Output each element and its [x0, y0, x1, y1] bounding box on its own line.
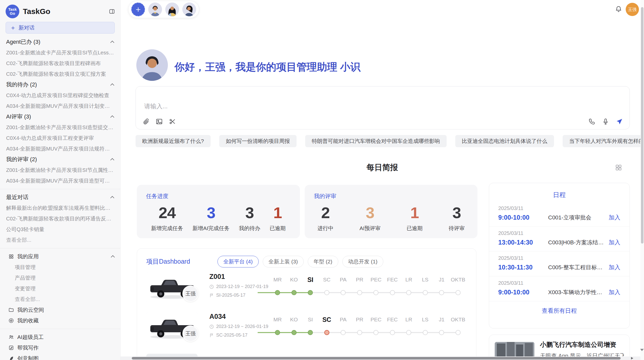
milestone-dot: [406, 290, 411, 295]
stat-value: 1: [270, 204, 286, 222]
notification-bell-icon[interactable]: [615, 6, 622, 13]
sidebar-item[interactable]: C02-飞腾新能源轻客改款项目立项汇报方案: [0, 69, 120, 79]
sidebar-item[interactable]: C0X4-动力总成开发项目工程变更评审: [0, 133, 120, 143]
collapse-sidebar-icon[interactable]: [109, 8, 115, 14]
project-row-a034[interactable]: 王强 A034 2023-12-19 ~ 2026-01-19 SC-2025-…: [137, 310, 477, 350]
vertical-scrollbar-thumb[interactable]: [641, 7, 643, 244]
tab-powertrain[interactable]: 动总开发 (1): [342, 256, 384, 267]
recent-chat-item[interactable]: C02-飞腾新能源轻客改款项目的闭环通告反馈情况: [0, 213, 120, 224]
schedule-event-title: C003|H0B-方案冻结评审: [548, 239, 605, 246]
horizontal-scrollbar-thumb[interactable]: [132, 357, 621, 359]
stat-label: 已逾期: [270, 225, 286, 232]
attachment-icon[interactable]: [142, 118, 150, 125]
suggestion-chip[interactable]: 特朗普可能对进口汽车增税会对中国车企造成哪些影响: [305, 135, 447, 147]
recent-chat-item[interactable]: 解释最新出台的欧盟报废车法规再生塑料比例被调至15%...: [0, 203, 120, 213]
my-apps-header[interactable]: 我的应用: [0, 251, 120, 262]
chat-composer[interactable]: 请输入...: [136, 86, 630, 129]
section-agent-done[interactable]: Agent已办 (3): [0, 37, 120, 47]
my-cloud-space[interactable]: 我的云空间: [0, 305, 120, 315]
stat-label: 进行中: [317, 225, 333, 232]
sidebar-item[interactable]: C02-飞腾新能源轻客改款项目里程碑画布: [0, 58, 120, 69]
join-button[interactable]: 加入: [609, 238, 620, 246]
schedule-list: 2025/03/11 9:00-10:00C001-立项审批会加入 2025/0…: [489, 202, 630, 301]
schedule-time: 9:00-10:00: [498, 289, 548, 296]
section-my-todo[interactable]: 我的待办 (2): [0, 79, 120, 90]
clock-icon: [209, 284, 214, 289]
recent-view-all[interactable]: 查看全部...: [0, 235, 120, 245]
suggestion-chip[interactable]: 当下年轻人对汽车外观有怎样的喜好趋势: [563, 135, 644, 147]
layout-grid-icon[interactable]: [615, 164, 622, 171]
help-me-write[interactable]: 帮我写作: [0, 342, 120, 353]
milestone-label: KO: [290, 316, 298, 323]
join-button[interactable]: 加入: [609, 263, 620, 271]
milestone-dot: [390, 290, 395, 295]
section-my-review[interactable]: 我的评审 (2): [0, 154, 120, 165]
agent-avatar-1[interactable]: [148, 3, 162, 16]
agent-avatar-3[interactable]: [182, 3, 196, 16]
stat: 3AI预评审: [359, 204, 380, 232]
join-button[interactable]: 加入: [609, 214, 620, 221]
suggestion-chip[interactable]: 比亚迪全固态电池计划具体说了什么: [455, 135, 554, 147]
phone-call-icon[interactable]: [588, 118, 595, 125]
project-row-z001[interactable]: 王强 Z001 2023-12-19 ~ 2027-01-19 SI-2025-…: [137, 270, 477, 310]
agent-avatar-2[interactable]: [165, 3, 179, 16]
sidebar-item[interactable]: A034-全新新能源MUV产品开发项目法规符合性评审: [0, 143, 120, 154]
folder-icon: [8, 307, 14, 313]
milestone-dot: [341, 290, 346, 295]
recent-chat-item[interactable]: 公司Q3轻卡销量: [0, 224, 120, 235]
scroll-right-arrow[interactable]: [631, 357, 633, 359]
milestone: LR: [401, 316, 417, 336]
app-item-project[interactable]: 项目管理: [0, 262, 120, 273]
milestone-label: PA: [340, 276, 346, 283]
my-favorites[interactable]: 我的收藏: [0, 315, 120, 326]
image-icon[interactable]: [156, 118, 163, 125]
suggestion-chip[interactable]: 欧洲新规最近颁布了什么?: [136, 135, 211, 147]
chevron-up-icon: [111, 255, 115, 259]
join-button[interactable]: 加入: [609, 288, 620, 296]
sidebar-item[interactable]: C0X4-动力总成开发项目SI里程碑提交物检查: [0, 90, 120, 101]
milestone-dot-overdue: [324, 330, 329, 335]
stats-row: 24新增完成任务 3新增AI完成任务 3我的待办 1已逾期: [137, 204, 300, 232]
sidebar-item[interactable]: Z001-全新燃油皮卡产品开发项目SI节点Lesson Learn报告: [0, 47, 120, 58]
milestone: FEC: [384, 316, 401, 336]
suggestion-chip[interactable]: 如何写一份清晰的项目周报: [219, 135, 297, 147]
new-chat-button[interactable]: ＋ 新对话: [6, 22, 115, 34]
section-title: Agent已办 (3): [6, 38, 40, 46]
milestone-track: MR KO SI SC PA PR PEC FEC LR LS J1 OKTB: [269, 316, 466, 336]
main-area: ＋ 王强 你好，王强，我是你的项目管理助理 小识 请输入...: [121, 0, 644, 360]
sidebar-item[interactable]: A034-全新新能源MUV产品开发项目造型可行性评审: [0, 175, 120, 186]
section-recent-chats[interactable]: 最近对话: [0, 192, 120, 203]
app-item-change[interactable]: 变更管理: [0, 283, 120, 294]
sidebar-item[interactable]: A034-全新新能源MUV产品开发项目计划变更表编写: [0, 101, 120, 111]
stat-label: 我的待办: [239, 225, 260, 232]
milestone-dot: [439, 330, 444, 335]
scroll-down-arrow[interactable]: [640, 349, 644, 351]
add-agent-button[interactable]: ＋: [131, 3, 145, 16]
send-icon[interactable]: [616, 118, 623, 125]
my-cloud-label: 我的云空间: [17, 306, 44, 313]
creative-drawing[interactable]: 创意制图: [0, 353, 120, 360]
tab-year-model[interactable]: 年型 (2): [308, 256, 338, 267]
sidebar-item[interactable]: Z001-全新燃油轻卡产品开发项目SI造型提交物评审: [0, 122, 120, 133]
microphone-icon[interactable]: [602, 118, 609, 125]
milestone-dot: [275, 290, 280, 295]
user-avatar[interactable]: 王强: [626, 3, 639, 16]
milestone: J1: [433, 316, 450, 336]
stat-value: 3: [239, 204, 260, 222]
vertical-scrollbar: [640, 0, 644, 360]
project-owner-badge: 王强: [182, 286, 199, 302]
apps-view-all[interactable]: 查看全部...: [0, 294, 120, 305]
view-all-schedule-link[interactable]: 查看所有日程: [489, 307, 630, 315]
news-card[interactable]: 小鹏飞行汽车制造公司增资 天眼查 App 显示，近日广州汇天飞行汽...: [489, 335, 630, 360]
project-date-range: 2023-12-19 ~ 2026-01-19: [216, 324, 268, 329]
tab-all-new-platform[interactable]: 全新平台 (4): [217, 256, 259, 267]
sidebar-item[interactable]: Z001-全新燃油轻卡产品开发项目SI节点属性5D文件评审: [0, 165, 120, 175]
milestone-dot: [291, 330, 297, 335]
section-ai-review[interactable]: AI评审 (3): [0, 111, 120, 122]
schedule-event-title: X003-车辆动力学性能验...: [548, 289, 605, 296]
tab-new-body[interactable]: 全新上装 (3): [263, 256, 304, 267]
ai-super-staff[interactable]: AI超级员工: [0, 332, 120, 342]
scissors-icon[interactable]: [169, 118, 176, 125]
stat: 1已逾期: [407, 204, 423, 232]
app-item-product[interactable]: 产品管理: [0, 273, 120, 283]
